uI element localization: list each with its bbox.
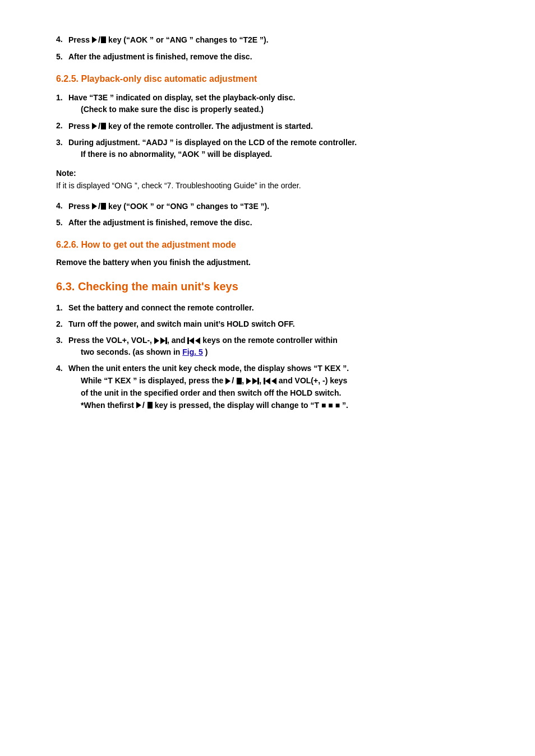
item-63-2: 2. Turn off the power, and switch main u… (56, 318, 490, 330)
item-63-num-3: 3. (56, 335, 68, 346)
item-63-num-1: 1. (56, 302, 68, 314)
ff-bar (165, 337, 167, 344)
item-625-3-sub: If there is no abnormality, “AOK ” will … (81, 150, 272, 159)
play-icon-5 (136, 402, 141, 409)
item-63-1: 1. Set the battery and connect the remot… (56, 302, 490, 314)
heading-626: 6.2.6. How to get out the adjustment mod… (56, 240, 490, 250)
section-625-content: 1. Have “T3E ” indicated on display, set… (56, 92, 490, 161)
item-num-5: 5. (56, 51, 68, 63)
item-63-4-sub3: *When thefirst / key is pressed, the dis… (81, 401, 348, 410)
heading-625: 6.2.5. Playback-only disc automatic adju… (56, 74, 490, 84)
ff-icon-2 (246, 378, 257, 384)
item-625-1-sub: (Check to make sure the disc is properly… (81, 105, 264, 114)
item-63-4-sub2: of the unit in the specified order and t… (81, 388, 341, 397)
rew-icon-2 (265, 378, 276, 384)
play-icon (92, 36, 97, 43)
section-626-text: Remove the battery when you finish the a… (56, 258, 490, 267)
stop-icon-2 (101, 123, 106, 129)
play-icon-4 (225, 378, 230, 384)
stop-icon-3 (101, 203, 106, 210)
fig5-link[interactable]: Fig. 5 (182, 347, 203, 356)
rew-icon (189, 337, 200, 344)
item-625-5: 5. After the adjustment is finished, rem… (56, 217, 490, 229)
item-625-4: 4. Press / key (“OOK ” or “ONG ” changes… (56, 200, 490, 213)
item-num-3: 3. (56, 137, 68, 149)
stop-icon-5 (147, 402, 153, 409)
slash: / (98, 35, 100, 44)
note-block: Note: If it is displayed “ONG ”, check “… (56, 167, 490, 192)
item-num-1: 1. (56, 92, 68, 104)
item-num-2: 2. (56, 120, 68, 132)
item-num-4b: 4. (56, 200, 68, 212)
stop-icon-4 (237, 378, 242, 384)
play-icon-2 (92, 123, 97, 129)
item-num-5b: 5. (56, 217, 68, 229)
play-icon-3 (92, 203, 97, 210)
item-625-2: 2. Press / key of the remote controller.… (56, 120, 490, 133)
item-63-3-sub: two seconds. (as shown in Fig. 5 ) (81, 347, 207, 356)
item-num-4: 4. (56, 34, 68, 45)
item-63-num-2: 2. (56, 318, 68, 330)
heading-63: 6.3. Checking the main unit's keys (56, 280, 490, 293)
item-625-3: 3. During adjustment. “AADJ ” is display… (56, 137, 490, 160)
ff-icon (154, 337, 165, 344)
note-title: Note: (56, 169, 76, 178)
item-5-remove-disc: 5. After the adjustment is finished, rem… (56, 51, 490, 63)
item-63-4: 4. When the unit enters the unit key che… (56, 363, 490, 411)
section-63-content: 1. Set the battery and connect the remot… (56, 302, 490, 411)
item-625-1: 1. Have “T3E ” indicated on display, set… (56, 92, 490, 115)
item-63-3: 3. Press the VOL+, VOL-, , and keys on t… (56, 335, 490, 358)
item-63-4-sub1: While “T KEX ” is displayed, press the /… (81, 376, 347, 385)
stop-icon (101, 36, 106, 43)
item-63-num-4: 4. (56, 363, 68, 374)
note-text: If it is displayed “ONG ”, check “7. Tro… (56, 181, 301, 190)
item-4-aok: 4. Press / key (“AOK ” or “ANG ” changes… (56, 34, 490, 47)
